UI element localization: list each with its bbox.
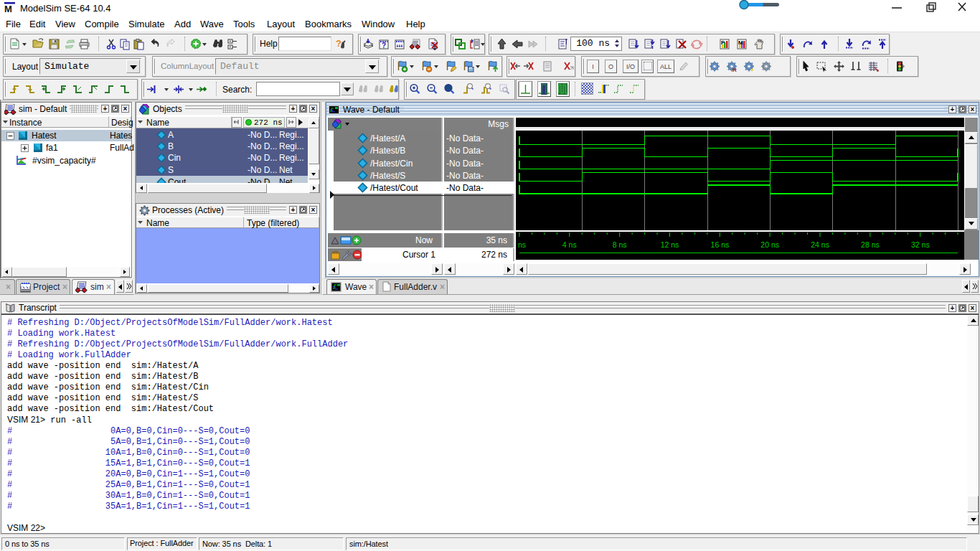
svg-text:8 ns: 8 ns: [613, 240, 627, 249]
svg-text:16 ns: 16 ns: [711, 240, 730, 249]
svg-text:32 ns: 32 ns: [911, 240, 930, 249]
svg-text:R: R: [732, 67, 737, 72]
svg-text:ns: ns: [518, 240, 526, 249]
svg-text:28 ns: 28 ns: [861, 240, 880, 249]
svg-text:?: ?: [336, 38, 341, 49]
svg-text:?: ?: [382, 42, 386, 50]
svg-text:12 ns: 12 ns: [661, 240, 679, 249]
svg-text:P: P: [721, 39, 725, 46]
svg-text:20 ns: 20 ns: [760, 240, 779, 249]
svg-text:4 ns: 4 ns: [562, 240, 577, 249]
svg-text:M: M: [738, 39, 743, 46]
svg-text:M: M: [4, 4, 12, 14]
svg-text:24 ns: 24 ns: [811, 240, 829, 249]
